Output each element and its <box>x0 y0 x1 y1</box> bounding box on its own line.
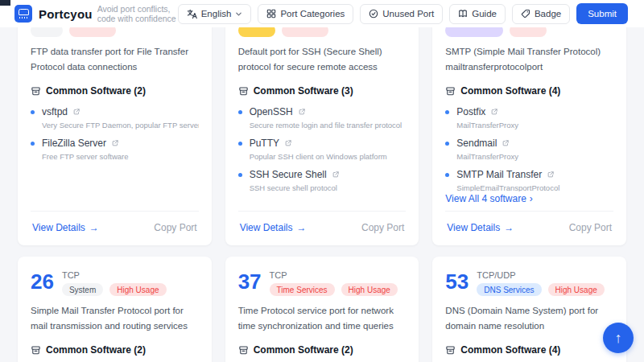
external-link-icon <box>547 171 555 179</box>
software-item: PuTTYPopular SSH client on Windows platf… <box>238 138 407 161</box>
bullet-dot <box>445 142 449 146</box>
software-name: SMTP Mail Transfer <box>456 169 542 180</box>
software-description: Free FTP server software <box>42 152 199 161</box>
software-description: SimpleEmailTransportProtocol <box>456 183 613 191</box>
header-nav: English Port Categories Unused Port Guid… <box>178 3 628 24</box>
software-description: MailTransferProxy <box>456 121 613 130</box>
software-item: SendmailMailTransferProxy <box>445 138 613 161</box>
book-icon <box>458 9 468 19</box>
view-details-link[interactable]: View Details→ <box>447 222 514 233</box>
view-all-label: View All 4 software <box>445 193 526 204</box>
software-item: vsftpdVery Secure FTP Daemon, popular FT… <box>31 106 199 130</box>
common-software-title: Common Software (2) <box>254 344 353 356</box>
badge-list: SystemHigh Usage <box>62 283 167 296</box>
external-link-icon <box>490 108 498 116</box>
submit-button[interactable]: Submit <box>576 3 628 24</box>
protocol-label: TCP <box>270 271 398 280</box>
software-link[interactable]: OpenSSH <box>238 106 407 117</box>
language-button[interactable]: English <box>178 4 252 24</box>
cards-row-1: FTP data transfer port for File Transfer… <box>0 0 644 245</box>
port-meta: TCPSystemHigh Usage <box>62 271 167 296</box>
protocol-label: TCP <box>62 271 167 280</box>
box-icon <box>238 86 249 97</box>
port-card: Default port for SSH (Secure Shell) prot… <box>225 0 419 245</box>
software-link[interactable]: PuTTY <box>238 138 407 149</box>
port-categories-button[interactable]: Port Categories <box>258 4 353 24</box>
software-link[interactable]: Postfix <box>445 106 613 117</box>
card-header: 37TCPTime ServicesHigh Usage <box>238 271 407 296</box>
chevron-right-icon: › <box>530 193 533 204</box>
software-link[interactable]: SSH Secure Shell <box>238 169 407 180</box>
copy-port-button[interactable]: Copy Port <box>154 222 196 233</box>
port-description: DNS (Domain Name System) port for domain… <box>445 303 613 334</box>
external-link-icon <box>332 171 340 179</box>
software-item: PostfixMailTransferProxy <box>445 106 613 130</box>
guide-label: Guide <box>472 9 497 19</box>
copy-port-button[interactable]: Copy Port <box>361 222 404 233</box>
software-name: Postfix <box>456 106 485 117</box>
corner-artifact <box>0 0 10 6</box>
chevron-down-icon <box>235 10 242 18</box>
port-meta: TCPTime ServicesHigh Usage <box>270 271 398 296</box>
badge-button[interactable]: Badge <box>512 4 570 24</box>
software-link[interactable]: Sendmail <box>445 138 613 149</box>
bullet-dot <box>31 142 35 146</box>
software-link[interactable]: vsftpd <box>31 106 199 117</box>
common-software-heading: Common Software (4) <box>445 85 613 97</box>
software-name: vsftpd <box>42 106 68 117</box>
arrow-right-icon: → <box>89 222 99 233</box>
badge-label: Badge <box>535 9 561 19</box>
arrow-right-icon: → <box>504 222 514 233</box>
status-badge: Time Services <box>270 283 335 296</box>
port-description: FTP data transfer port for File Transfer… <box>31 44 199 75</box>
software-description: SSH secure shell protocol <box>250 183 407 192</box>
software-name: OpenSSH <box>250 106 293 117</box>
common-software-title: Common Software (2) <box>46 85 146 97</box>
port-number: 37 <box>238 271 262 292</box>
translate-icon <box>187 9 197 19</box>
status-badge: High Usage <box>109 283 166 296</box>
copy-port-button[interactable]: Copy Port <box>569 222 612 233</box>
unused-port-label: Unused Port <box>382 9 434 19</box>
badge-list: DNS ServicesHigh Usage <box>477 283 605 296</box>
bullet-dot <box>238 142 242 146</box>
external-link-icon <box>502 139 510 147</box>
external-link-icon <box>111 139 119 147</box>
software-list: PostfixMailTransferProxySendmailMailTran… <box>445 106 613 191</box>
guide-button[interactable]: Guide <box>449 4 506 24</box>
bullet-dot <box>238 110 242 114</box>
card-footer: View Details→Copy Port <box>31 211 199 245</box>
badge-list: Time ServicesHigh Usage <box>270 283 398 296</box>
software-link[interactable]: FileZilla Server <box>31 138 199 149</box>
app-header: Portcyou Avoid port conflicts, code with… <box>0 0 644 27</box>
unused-port-button[interactable]: Unused Port <box>360 4 443 24</box>
software-item: OpenSSHSecure remote login and file tran… <box>238 106 407 130</box>
view-details-link[interactable]: View Details→ <box>32 222 99 233</box>
external-link-icon <box>284 139 292 147</box>
view-details-label: View Details <box>240 222 293 233</box>
software-name: PuTTY <box>250 138 279 149</box>
box-icon <box>445 86 456 97</box>
software-name: FileZilla Server <box>42 138 106 149</box>
scroll-top-button[interactable]: ↑ <box>603 323 634 353</box>
software-description: MailTransferProxy <box>456 152 613 161</box>
common-software-heading: Common Software (4) <box>445 344 613 356</box>
view-details-link[interactable]: View Details→ <box>240 222 307 233</box>
bullet-dot <box>238 173 242 177</box>
common-software-title: Common Software (4) <box>460 85 560 97</box>
port-categories-label: Port Categories <box>280 9 345 19</box>
software-item: SMTP Mail TransferSimpleEmailTransportPr… <box>445 169 613 191</box>
circle-check-icon <box>369 9 378 19</box>
software-item: SSH Secure ShellSSH secure shell protoco… <box>238 169 407 192</box>
common-software-heading: Common Software (2) <box>31 344 199 356</box>
bullet-dot <box>445 110 449 114</box>
software-link[interactable]: SMTP Mail Transfer <box>445 169 613 180</box>
view-all-link[interactable]: View All 4 software› <box>445 193 613 204</box>
port-description: Default port for SSH (Secure Shell) prot… <box>238 44 407 75</box>
port-number: 26 <box>31 271 54 292</box>
view-details-label: View Details <box>447 222 500 233</box>
brand[interactable]: Portcyou <box>14 5 93 23</box>
port-meta: TCP/UDPDNS ServicesHigh Usage <box>477 271 605 296</box>
view-details-label: View Details <box>32 222 85 233</box>
common-software-title: Common Software (4) <box>460 344 560 356</box>
